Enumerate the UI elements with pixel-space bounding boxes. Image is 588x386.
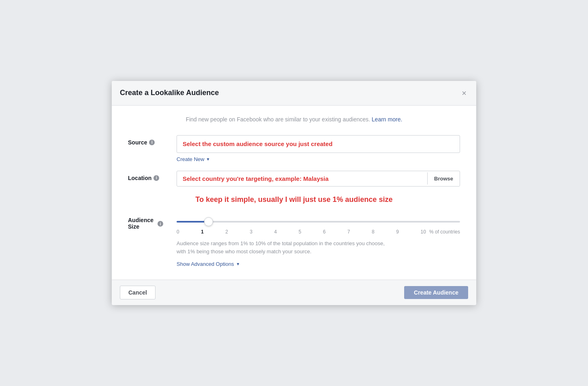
location-label-group: Location i (128, 171, 177, 181)
slider-labels: 0 1 2 3 4 5 6 7 8 9 10 % of countri (177, 229, 460, 235)
dialog-footer: Cancel Create Audience (112, 280, 476, 305)
dialog-title: Create a Lookalike Audience (120, 89, 219, 97)
tick-2: 2 (226, 229, 228, 235)
learn-more-link[interactable]: Learn more. (372, 116, 402, 123)
location-field-wrap: Select country you're targeting, example… (177, 171, 460, 187)
source-input[interactable]: Select the custom audience source you ju… (177, 135, 460, 153)
percent-label: % of countries (429, 229, 460, 235)
tick-0: 0 (177, 229, 179, 235)
slider-wrapper (177, 214, 460, 227)
tick-1: 1 (201, 229, 204, 235)
audience-size-row: Audience Size i 0 1 2 (128, 214, 460, 235)
audience-size-info-icon[interactable]: i (158, 221, 163, 227)
tick-8: 8 (372, 229, 375, 235)
audience-size-slider[interactable] (177, 221, 460, 223)
create-audience-button[interactable]: Create Audience (404, 286, 468, 299)
tick-4: 4 (274, 229, 277, 235)
source-label: Source (128, 139, 147, 146)
audience-annotation: To keep it simple, usually I will just u… (128, 195, 460, 205)
show-advanced-link[interactable]: Show Advanced Options ▼ (177, 261, 240, 267)
location-input[interactable]: Select country you're targeting, example… (177, 171, 427, 186)
audience-label-group: Audience Size i (128, 214, 177, 230)
slider-area: 0 1 2 3 4 5 6 7 8 9 10 % of countri (177, 214, 460, 235)
create-new-link[interactable]: Create New ▼ (177, 156, 210, 162)
source-field-wrap: Select the custom audience source you ju… (177, 135, 460, 163)
audience-label-inner: Audience Size i (128, 217, 163, 230)
location-info-icon[interactable]: i (153, 175, 159, 181)
source-label-group: Source i (128, 135, 177, 146)
show-advanced-arrow: ▼ (236, 262, 240, 266)
browse-button[interactable]: Browse (428, 172, 460, 186)
tick-6: 6 (323, 229, 326, 235)
location-label: Location (128, 175, 151, 181)
audience-size-label: Audience Size (128, 217, 153, 230)
tick-5: 5 (298, 229, 301, 235)
dialog-header: Create a Lookalike Audience × (112, 81, 476, 106)
tick-10: 10 (421, 229, 426, 235)
location-input-wrap: Select country you're targeting, example… (177, 171, 460, 187)
create-new-arrow: ▼ (206, 157, 210, 161)
tick-9: 9 (396, 229, 399, 235)
audience-description: Audience size ranges from 1% to 10% of t… (177, 240, 460, 255)
tick-3: 3 (250, 229, 253, 235)
close-button[interactable]: × (460, 87, 468, 99)
slider-ticks: 0 1 2 3 4 5 6 7 8 9 10 (177, 229, 426, 235)
location-row: Location i Select country you're targeti… (128, 171, 460, 187)
source-info-icon[interactable]: i (149, 140, 155, 145)
tick-7: 7 (347, 229, 350, 235)
create-lookalike-dialog: Create a Lookalike Audience × Find new p… (112, 81, 476, 305)
audience-size-section: To keep it simple, usually I will just u… (128, 195, 460, 267)
source-row: Source i Select the custom audience sour… (128, 135, 460, 163)
dialog-body: Find new people on Facebook who are simi… (112, 106, 476, 280)
intro-text: Find new people on Facebook who are simi… (128, 115, 460, 124)
cancel-button[interactable]: Cancel (120, 286, 156, 299)
